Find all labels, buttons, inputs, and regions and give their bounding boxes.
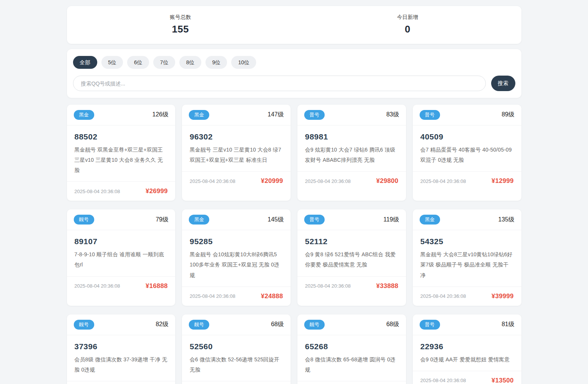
qq-number: 54325: [420, 237, 514, 246]
card-header: 靓号 68级: [182, 314, 291, 335]
card-level: 68级: [386, 321, 399, 328]
card-body: 89107 7-8-9-10 顺子组合 谁用谁顺 一顺到底 包rl: [67, 230, 176, 276]
qq-number: 22936: [420, 342, 514, 351]
card-date: 2025-08-04 20:36:08: [305, 283, 351, 289]
card-price: ¥16888: [146, 282, 168, 290]
card-description: 会6 微信满次数 52-56递增 525回旋开 无脸: [190, 355, 283, 375]
card-footer: 2025-08-04 20:36:08 ¥39999: [413, 286, 521, 306]
account-card[interactable]: 普号 81级 22936 会9 0违规 AA开 爱爱就想妞 爱情寓意 2025-…: [413, 314, 521, 384]
card-date: 2025-08-04 20:36:08: [190, 293, 235, 299]
qq-number: 52112: [305, 237, 398, 246]
card-badge: 普号: [420, 110, 440, 120]
card-description: 黑金靓号 会10炫彩黄10大8绿6腾讯5 100多年业务 双国王+双皇冠 无脸 …: [190, 249, 283, 280]
tab-7digit[interactable]: 7位: [153, 56, 175, 69]
card-level: 119级: [383, 216, 399, 224]
card-footer: 2025-08-04 20:36:08 ¥13999: [297, 381, 406, 384]
tab-6digit[interactable]: 6位: [127, 56, 149, 69]
stat-today-value: 0: [294, 23, 521, 35]
filter-card: 全部5位6位7位8位9位10位 搜索: [67, 49, 521, 98]
card-level: 83级: [386, 111, 399, 119]
card-level: 68级: [271, 321, 284, 328]
card-description: 黑金靓号 大会8三星v10黄钻10绿钻6好莱7级 极品顺子号 极品准全顺 无脸干…: [420, 249, 514, 280]
account-card[interactable]: 靓号 79级 89107 7-8-9-10 顺子组合 谁用谁顺 一顺到底 包rl…: [67, 209, 176, 305]
search-input[interactable]: [73, 76, 486, 91]
card-header: 普号 83级: [297, 105, 406, 125]
card-date: 2025-08-04 20:36:08: [190, 178, 235, 184]
card-badge: 黑金: [74, 110, 94, 120]
card-footer: 2025-08-04 20:36:08 ¥13500: [413, 371, 521, 384]
tab-9digit[interactable]: 9位: [205, 56, 227, 69]
card-level: 89级: [502, 111, 515, 119]
account-card[interactable]: 黑金 126级 88502 黑金靓号 双黑金至尊+双三星+双国王 三星v10 三…: [67, 105, 176, 201]
card-header: 靓号 68级: [297, 314, 406, 335]
account-card[interactable]: 黑金 147级 96302 黑金靓号 三星v10 三星黄10 大会8 绿7 双国…: [182, 105, 291, 201]
card-level: 135级: [498, 216, 515, 224]
card-header: 黑金 147级: [182, 105, 291, 125]
qq-number: 65268: [305, 342, 398, 351]
search-button[interactable]: 搜索: [491, 76, 515, 91]
card-header: 黑金 135级: [413, 209, 521, 230]
card-body: 95285 黑金靓号 会10炫彩黄10大8绿6腾讯5 100多年业务 双国王+双…: [182, 230, 291, 286]
card-date: 2025-08-04 20:36:08: [75, 189, 120, 194]
stats-card: 账号总数 155 今日新增 0: [67, 6, 521, 44]
card-level: 81级: [502, 321, 515, 328]
card-level: 147级: [268, 111, 284, 119]
card-description: 7-8-9-10 顺子组合 谁用谁顺 一顺到底 包rl: [75, 249, 168, 270]
card-grid: 黑金 126级 88502 黑金靓号 双黑金至尊+双三星+双国王 三星v10 三…: [67, 105, 521, 384]
card-level: 126级: [152, 111, 169, 119]
card-description: 会9 炫彩黄10 大会7 绿钻6 腾讯6 顶级发财号 ABABC排列漂亮 无脸: [305, 145, 398, 166]
account-card[interactable]: 普号 89级 40509 会7 精品蛋蛋号 40客服号 40-50/05-09 …: [413, 105, 521, 201]
card-badge: 黑金: [189, 110, 209, 120]
card-description: 会9 黄8 绿6 521爱情号 ABC组合 我爱你要爱 极品爱情寓意 无脸: [305, 249, 398, 270]
stat-today-label: 今日新增: [294, 14, 521, 21]
card-body: 52112 会9 黄8 绿6 521爱情号 ABC组合 我爱你要爱 极品爱情寓意…: [297, 230, 406, 276]
account-card[interactable]: 黑金 135级 54325 黑金靓号 大会8三星v10黄钻10绿钻6好莱7级 极…: [413, 209, 521, 305]
tab-5digit[interactable]: 5位: [101, 56, 123, 69]
account-card[interactable]: 普号 83级 98981 会9 炫彩黄10 大会7 绿钻6 腾讯6 顶级发财号 …: [297, 105, 406, 201]
stat-new-today: 今日新增 0: [294, 14, 521, 35]
card-date: 2025-08-04 20:36:08: [305, 178, 351, 184]
card-header: 靓号 82级: [67, 314, 176, 335]
account-card[interactable]: 普号 119级 52112 会9 黄8 绿6 521爱情号 ABC组合 我爱你要…: [297, 209, 406, 305]
tab-all[interactable]: 全部: [73, 56, 97, 69]
filter-tabs: 全部5位6位7位8位9位10位: [73, 56, 515, 69]
card-footer: 2025-08-04 20:36:08 ¥20999: [182, 171, 291, 190]
card-description: 黑金靓号 三星v10 三星黄10 大会8 绿7 双国王+双皇冠+双三星 标准生日: [190, 145, 283, 166]
account-card[interactable]: 靓号 68级 65268 会8 微信满次数 65-68递增 圆润号 0违规 20…: [297, 314, 406, 384]
card-body: 65268 会8 微信满次数 65-68递增 圆润号 0违规: [297, 335, 406, 381]
card-footer: 2025-08-04 20:36:08 ¥16888: [67, 276, 176, 296]
account-card[interactable]: 靓号 82级 37396 会员8级 微信满次数 37-39递增 干净 无脸 0违…: [67, 314, 176, 384]
card-header: 黑金 145级: [182, 209, 291, 230]
qq-number: 89107: [75, 237, 168, 246]
card-description: 会8 微信满次数 65-68递增 圆润号 0违规: [305, 355, 398, 375]
card-price: ¥13500: [492, 377, 514, 384]
card-description: 黑金靓号 双黑金至尊+双三星+双国王 三星v10 三星黄10 大会8 业务久久 …: [75, 145, 168, 176]
card-header: 靓号 79级: [67, 209, 176, 230]
stat-total-value: 155: [67, 23, 294, 35]
card-body: 52560 会6 微信满次数 52-56递增 525回旋开 无脸: [182, 335, 291, 381]
account-card[interactable]: 靓号 68级 52560 会6 微信满次数 52-56递增 525回旋开 无脸 …: [182, 314, 291, 384]
qq-number: 37396: [75, 342, 168, 351]
stat-total-label: 账号总数: [67, 14, 294, 21]
account-card[interactable]: 黑金 145级 95285 黑金靓号 会10炫彩黄10大8绿6腾讯5 100多年…: [182, 209, 291, 305]
card-body: 40509 会7 精品蛋蛋号 40客服号 40-50/05-09 双混子 0违规…: [413, 125, 521, 172]
tab-8digit[interactable]: 8位: [179, 56, 201, 69]
tab-10digit[interactable]: 10位: [231, 56, 256, 69]
card-price: ¥26999: [146, 187, 168, 195]
card-badge: 普号: [420, 320, 440, 330]
card-price: ¥12999: [492, 177, 514, 185]
card-body: 54325 黑金靓号 大会8三星v10黄钻10绿钻6好莱7级 极品顺子号 极品准…: [413, 230, 521, 286]
card-badge: 黑金: [189, 215, 209, 225]
card-price: ¥39999: [492, 293, 514, 300]
card-price: ¥20999: [261, 177, 283, 185]
card-header: 普号 89级: [413, 105, 521, 125]
qq-number: 88502: [75, 132, 168, 141]
card-footer: 2025-08-04 20:36:08 ¥13999: [67, 381, 176, 384]
card-badge: 靓号: [74, 215, 94, 225]
card-badge: 靓号: [189, 320, 209, 330]
card-header: 黑金 126级: [67, 105, 176, 125]
qq-number: 40509: [420, 132, 514, 141]
qq-number: 52560: [190, 342, 283, 351]
card-footer: 2025-08-04 20:36:08 ¥13999: [182, 381, 291, 384]
qq-number: 96302: [190, 132, 283, 141]
